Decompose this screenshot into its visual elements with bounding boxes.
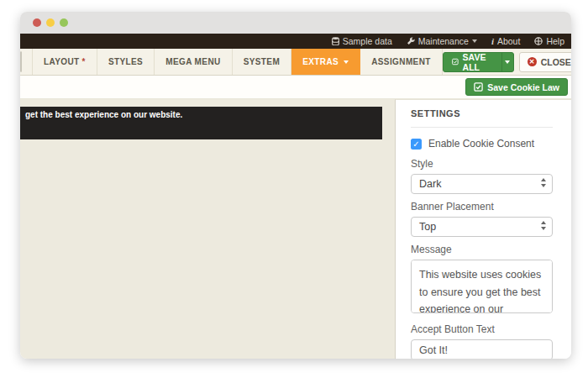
tab-label: ASSIGNMENT [371, 57, 431, 66]
tab-assignment[interactable]: ASSIGNMENT [360, 49, 443, 75]
template-select[interactable] [20, 51, 22, 72]
tab-list: LAYOUT * STYLES MEGA MENU SYSTEM EXTRAS [32, 49, 443, 75]
accept-button-text-label: Accept Button Text [411, 323, 553, 335]
window-titlebar [20, 12, 571, 34]
tab-mega-menu[interactable]: MEGA MENU [155, 49, 232, 75]
tab-label: MEGA MENU [165, 57, 220, 66]
save-all-label: SAVE ALL [463, 52, 493, 72]
save-cookie-law-label: Save Cookie Law [487, 82, 559, 92]
tab-extras[interactable]: EXTRAS [291, 49, 360, 75]
menu-item-maintenance[interactable]: Maintenance [407, 36, 477, 46]
save-all-dropdown-toggle[interactable] [501, 53, 513, 71]
style-select-value: Dark [419, 178, 441, 190]
divider [411, 127, 553, 128]
close-traffic-light[interactable] [33, 18, 41, 27]
wrench-icon [407, 37, 415, 45]
top-toolbar: Sample data Maintenance i About Help [20, 34, 571, 49]
cookie-banner-text: get the best experience on our website. [25, 110, 182, 119]
accept-button-text-input[interactable] [411, 339, 553, 359]
minimize-traffic-light[interactable] [46, 18, 55, 27]
message-label: Message [411, 244, 553, 255]
app-window: Sample data Maintenance i About Help [20, 12, 571, 359]
cookie-banner-preview: get the best experience on our website. [20, 107, 382, 139]
main-tab-bar: LAYOUT * STYLES MEGA MENU SYSTEM EXTRAS [20, 49, 571, 76]
menu-label: Maintenance [418, 36, 469, 46]
unsaved-asterisk: * [82, 57, 86, 66]
enable-cookie-consent-row[interactable]: ✓ Enable Cookie Consent [411, 138, 553, 150]
site-preview-pane: get the best experience on our website. [20, 99, 395, 359]
close-label: CLOSE [541, 57, 571, 67]
tab-system[interactable]: SYSTEM [233, 49, 292, 75]
menu-item-about[interactable]: i About [491, 36, 521, 46]
settings-panel: SETTINGS ✓ Enable Cookie Consent Style D… [395, 99, 571, 359]
check-square-icon [452, 57, 459, 66]
banner-placement-select[interactable]: Top [411, 217, 553, 237]
tab-label: SYSTEM [244, 57, 281, 66]
save-all-split-button: SAVE ALL [443, 52, 514, 72]
close-x-icon: ✕ [528, 57, 537, 66]
extras-action-row: Save Cookie Law [20, 76, 571, 99]
save-cookie-law-button[interactable]: Save Cookie Law [465, 78, 568, 96]
style-select[interactable]: Dark [411, 174, 553, 194]
help-icon [534, 37, 543, 45]
tab-label: LAYOUT [44, 57, 80, 66]
tab-styles[interactable]: STYLES [97, 49, 155, 75]
enable-cookie-label: Enable Cookie Consent [428, 138, 534, 150]
select-stepper-icon [541, 221, 546, 230]
menu-item-sample-data[interactable]: Sample data [332, 36, 392, 46]
enable-cookie-checkbox[interactable]: ✓ [411, 139, 422, 150]
banner-placement-label: Banner Placement [411, 201, 553, 213]
content-area: get the best experience on our website. … [20, 99, 571, 359]
tab-layout[interactable]: LAYOUT * [32, 49, 97, 75]
info-icon: i [491, 36, 494, 46]
check-square-icon [474, 82, 483, 92]
select-stepper-icon [541, 178, 546, 187]
style-label: Style [411, 158, 553, 170]
menu-label: About [497, 36, 520, 46]
menu-item-help[interactable]: Help [534, 36, 564, 46]
chevron-down-icon [344, 60, 349, 64]
chevron-down-icon [472, 39, 477, 43]
settings-title: SETTINGS [411, 108, 553, 118]
save-all-button[interactable]: SAVE ALL [444, 53, 501, 71]
tab-actions: SAVE ALL ✕ CLOSE [443, 49, 571, 75]
banner-placement-value: Top [419, 221, 436, 233]
close-button[interactable]: ✕ CLOSE [519, 52, 571, 72]
message-textarea[interactable]: This website uses cookies to ensure you … [411, 260, 553, 313]
tab-label: STYLES [108, 57, 143, 66]
tab-label: EXTRAS [302, 57, 339, 66]
menu-label: Sample data [343, 36, 392, 46]
chevron-down-icon [505, 60, 510, 64]
zoom-traffic-light[interactable] [60, 18, 68, 27]
menu-label: Help [546, 36, 564, 46]
database-icon [332, 37, 339, 45]
page-background: Sample data Maintenance i About Help [0, 0, 588, 378]
